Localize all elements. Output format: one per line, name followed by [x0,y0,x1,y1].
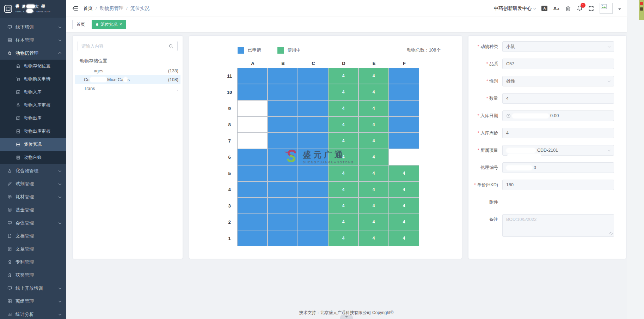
tree-item[interactable]: Trans(264) [75,84,180,93]
sidebar-item-online-open-training[interactable]: 线上开放培训 [0,282,66,295]
sidebar-item-animal-ledger[interactable]: 动物台账 [0,151,66,164]
footer-collapse-button[interactable] [340,315,353,319]
cage-cell-B8[interactable] [268,117,298,132]
cage-cell-B4[interactable] [268,182,298,197]
remarks-textarea[interactable]: BOD:10/5/2022 [502,214,614,237]
cage-cell-F9[interactable] [389,101,419,116]
cage-cell-C8[interactable] [298,117,328,132]
browser-scrollbar-strip[interactable] [627,0,644,319]
cage-cell-D6[interactable]: 4 [329,149,358,165]
cage-cell-C4[interactable] [298,182,328,197]
cage-cell-E2[interactable]: 4 [359,214,388,230]
cage-cell-E8[interactable]: 4 [359,117,388,132]
sidebar-item-document-management[interactable]: 文档管理 [0,229,66,242]
cage-cell-E10[interactable]: 4 [359,84,388,100]
translate-icon[interactable]: A [541,6,547,11]
cage-cell-F5[interactable]: 4 [389,165,419,181]
cage-cell-D11[interactable]: 4 [329,68,358,84]
strain-input[interactable]: C57 [502,59,614,69]
sidebar-item-consumable-management[interactable]: 耗材管理 [0,190,66,203]
cage-cell-C11[interactable] [298,68,328,84]
breadcrumb-item[interactable]: 动物房管理 [100,5,124,12]
sidebar-item-compound-management[interactable]: 化合物管理 [0,164,66,177]
cage-cell-D5[interactable]: 4 [329,165,358,181]
cage-cell-F8[interactable] [389,117,419,132]
cage-cell-E6[interactable]: 4 [359,149,388,165]
cage-cell-D3[interactable]: 4 [329,198,358,213]
cage-cell-A1[interactable] [238,230,267,246]
quantity-input[interactable]: 4 [502,93,614,104]
cage-cell-C7[interactable] [298,133,328,149]
cage-cell-B1[interactable] [268,230,298,246]
avatar[interactable] [600,3,613,14]
sidebar-item-award-management[interactable]: 获奖管理 [0,269,66,282]
cage-cell-B2[interactable] [268,214,298,230]
cage-cell-C1[interactable] [298,230,328,246]
fullscreen-icon[interactable] [588,6,594,11]
breadcrumb-item[interactable]: 笼位实况 [130,5,149,12]
ethics-no-input[interactable]: 0 [502,162,614,173]
cage-cell-E4[interactable]: 4 [359,182,388,197]
project-select[interactable]: CDD-2101 [502,145,614,156]
bell-icon[interactable]: 1 [577,5,583,11]
cage-cell-F1[interactable]: 4 [389,230,419,246]
cage-cell-A11[interactable] [238,68,267,84]
cage-cell-A9[interactable] [238,101,267,116]
sidebar-item-sample-management[interactable]: 样本管理 [0,34,66,47]
tree-item[interactable]: CoMice Cas(108) [75,75,180,84]
animal-species-select[interactable]: 小鼠 [502,41,614,52]
cage-cell-C6[interactable] [298,149,328,165]
sidebar-item-patent-management[interactable]: 专利管理 [0,255,66,269]
sidebar-item-animal-inbound-audit[interactable]: 动物入库审核 [0,99,66,112]
cage-cell-F6[interactable] [389,149,419,165]
tab-cage-status[interactable]: 笼位实况× [92,20,126,29]
cage-cell-C9[interactable] [298,101,328,116]
cage-cell-A6[interactable] [238,149,267,165]
sidebar-item-meeting-management[interactable]: 会议管理 [0,216,66,229]
cage-cell-A4[interactable] [238,182,267,197]
cage-cell-A10[interactable] [238,84,267,100]
sidebar-item-animal-outbound[interactable]: 动物出库 [0,112,66,125]
user-menu-caret-icon[interactable] [618,8,621,11]
cage-cell-F2[interactable]: 4 [389,214,419,230]
cage-cell-D4[interactable]: 4 [329,182,358,197]
org-selector[interactable]: 中药创新研发中心 [493,5,536,12]
cage-cell-D7[interactable]: 4 [329,133,358,149]
cage-cell-A2[interactable] [238,214,267,230]
cage-cell-E7[interactable]: 4 [359,133,388,149]
cage-cell-E9[interactable]: 4 [359,101,388,116]
cage-cell-A3[interactable] [238,198,267,213]
cage-cell-A7[interactable] [238,133,267,149]
browser-extension-badge[interactable] [639,0,644,20]
search-button[interactable] [164,41,177,51]
cage-cell-C2[interactable] [298,214,328,230]
tree-root[interactable]: 动物存储位置 [78,57,178,66]
cage-cell-F3[interactable]: 4 [389,198,419,213]
cage-cell-A8[interactable] [238,117,267,132]
tab-home[interactable]: 首页 [72,20,89,29]
unit-price-input[interactable]: 180 [502,180,614,190]
cage-cell-D2[interactable]: 4 [329,214,358,230]
inbound-age-weeks-input[interactable]: 4 [502,128,614,138]
cage-cell-F4[interactable]: 4 [389,182,419,197]
cage-cell-B10[interactable] [268,84,298,100]
tree-item[interactable]: ages(133) [75,66,180,75]
cage-cell-E11[interactable]: 4 [359,68,388,84]
cage-cell-C3[interactable] [298,198,328,213]
cage-cell-E3[interactable]: 4 [359,198,388,213]
sidebar-item-article-management[interactable]: 文章管理 [0,242,66,255]
cage-cell-F11[interactable] [389,68,419,84]
sex-select[interactable]: 雄性 [502,76,614,86]
trash-icon[interactable] [565,6,571,11]
font-size-icon[interactable]: AA [553,6,560,11]
sidebar-item-animal-storage-location[interactable]: 动物存储位置 [0,60,66,73]
cage-cell-E5[interactable]: 4 [359,165,388,181]
sidebar-item-animal-purchase-request[interactable]: 动物购买申请 [0,73,66,86]
tab-close-icon[interactable]: × [119,22,122,27]
cage-cell-B11[interactable] [268,68,298,84]
cage-cell-D10[interactable]: 4 [329,84,358,100]
cage-cell-D1[interactable]: 4 [329,230,358,246]
cage-cell-D8[interactable]: 4 [329,117,358,132]
cage-cell-D9[interactable]: 4 [329,101,358,116]
cage-cell-B5[interactable] [268,165,298,181]
